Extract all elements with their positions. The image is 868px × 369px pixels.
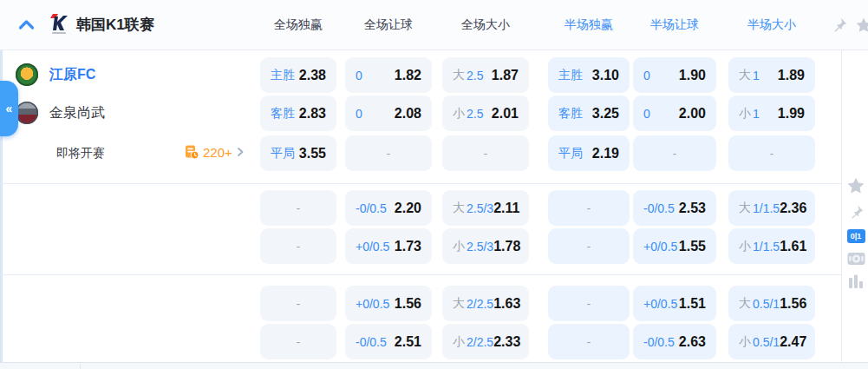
odds-value: 1.87 bbox=[492, 68, 519, 83]
odds-cell[interactable]: - bbox=[548, 228, 630, 264]
handicap-label: -0/0.5 bbox=[643, 335, 675, 349]
odds-cell[interactable]: 小11.99 bbox=[728, 96, 815, 131]
ou-side-label: 大 bbox=[453, 296, 465, 312]
table-row: 金泉尚武 客胜2.83 02.08 小2.52.01 客胜3.25 02.00 … bbox=[0, 96, 868, 131]
column-header-full-1x2: 全场独赢 bbox=[260, 17, 336, 33]
match-status: 即将开赛 bbox=[56, 146, 105, 161]
more-markets-button[interactable]: 220+ bbox=[184, 144, 245, 160]
section-divider bbox=[0, 183, 841, 184]
odds-cell[interactable]: 客胜3.25 bbox=[548, 96, 630, 131]
no-odds-dash: - bbox=[297, 240, 300, 253]
odds-cell[interactable]: -0/0.52.63 bbox=[633, 324, 716, 359]
stats-bar-chart-icon[interactable] bbox=[848, 274, 864, 288]
odds-cell[interactable]: - bbox=[548, 190, 630, 226]
no-odds-dash: - bbox=[770, 147, 773, 160]
ou-side-label: 小 bbox=[739, 239, 751, 254]
odds-cell[interactable]: - bbox=[728, 135, 815, 171]
odds-cell[interactable]: 大11.89 bbox=[728, 57, 815, 93]
odds-cell[interactable]: - bbox=[442, 135, 529, 171]
odds-value: 1.89 bbox=[778, 68, 805, 83]
odds-value: 2.53 bbox=[679, 201, 706, 216]
odds-cell[interactable]: 小2.5/31.78 bbox=[442, 228, 529, 264]
table-row: 江原FC 主胜2.38 01.82 大2.51.87 主胜3.10 01.90 … bbox=[0, 57, 868, 93]
collapse-chevron-up-icon[interactable] bbox=[18, 18, 35, 34]
chevron-right-icon bbox=[236, 147, 245, 157]
odds-cell[interactable]: - bbox=[548, 286, 630, 321]
ou-side-label: 大 bbox=[739, 68, 751, 83]
odds-cell[interactable]: 大0.5/11.56 bbox=[728, 286, 815, 321]
odds-cell[interactable]: 小0.5/12.47 bbox=[728, 324, 815, 359]
handicap-label: 0 bbox=[643, 107, 650, 121]
odds-cell[interactable]: - bbox=[633, 135, 716, 171]
odds-cell[interactable]: - bbox=[260, 286, 336, 321]
odds-cell[interactable]: 客胜2.83 bbox=[260, 96, 336, 131]
kleague-logo-icon bbox=[47, 11, 71, 37]
odds-value: 3.25 bbox=[592, 106, 619, 122]
league-header: 韩国K1联赛 全场独赢 全场让球 全场大小 半场独赢 半场让球 半场大小 bbox=[0, 0, 868, 50]
odds-cell[interactable]: -0/0.52.51 bbox=[345, 324, 432, 359]
odds-cell[interactable]: - bbox=[260, 324, 336, 359]
odds-cell[interactable]: -0/0.52.20 bbox=[345, 190, 432, 226]
line-label: 0.5/1 bbox=[753, 335, 780, 349]
handicap-label: +0/0.5 bbox=[643, 240, 677, 254]
odds-cell[interactable]: 小2.52.01 bbox=[442, 96, 529, 131]
sidebar-collapse-tab[interactable]: « bbox=[0, 81, 18, 136]
handicap-label: 0 bbox=[356, 107, 362, 121]
odds-value: 1.78 bbox=[493, 239, 520, 254]
ou-side-label: 小 bbox=[739, 106, 751, 122]
ou-side-label: 大 bbox=[453, 201, 465, 216]
odds-cell[interactable]: +0/0.51.51 bbox=[633, 286, 716, 321]
odds-cell[interactable]: 大1/1.52.36 bbox=[728, 190, 815, 226]
odds-value: 2.20 bbox=[395, 201, 421, 216]
odds-value: 1.61 bbox=[780, 239, 806, 254]
favorite-star-icon[interactable] bbox=[846, 176, 865, 195]
odds-cell[interactable]: - bbox=[260, 228, 336, 264]
market-label: 主胜 bbox=[558, 68, 583, 83]
column-header-full-ou: 全场大小 bbox=[442, 17, 529, 33]
away-team-logo bbox=[16, 102, 38, 124]
odds-cell[interactable]: 主胜2.38 bbox=[260, 57, 336, 93]
ou-side-label: 小 bbox=[453, 334, 465, 350]
odds-panel: 韩国K1联赛 全场独赢 全场让球 全场大小 半场独赢 半场让球 半场大小 江原F… bbox=[0, 0, 868, 369]
league-name: 韩国K1联赛 bbox=[76, 15, 154, 35]
odds-cell[interactable]: +0/0.51.55 bbox=[633, 228, 716, 264]
column-header-half-handicap: 半场让球 bbox=[633, 17, 716, 33]
odds-value: 2.51 bbox=[395, 334, 421, 350]
line-label: 2/2.5 bbox=[467, 297, 493, 311]
pin-icon[interactable] bbox=[848, 204, 865, 221]
odds-cell[interactable]: +0/0.51.56 bbox=[345, 286, 432, 321]
odds-cell[interactable]: 小2/2.52.33 bbox=[442, 324, 529, 359]
odds-cell[interactable]: 02.08 bbox=[345, 96, 432, 131]
handicap-label: -0/0.5 bbox=[356, 335, 387, 349]
odds-cell[interactable]: - bbox=[345, 135, 432, 171]
odds-value: 2.33 bbox=[493, 334, 520, 350]
odds-cell[interactable]: 02.00 bbox=[633, 96, 716, 131]
ou-side-label: 小 bbox=[739, 334, 751, 350]
pin-icon[interactable] bbox=[831, 16, 848, 37]
odds-cell[interactable]: - bbox=[548, 324, 630, 359]
odds-cell[interactable]: +0/0.51.73 bbox=[345, 228, 432, 264]
handicap-label: 0 bbox=[643, 69, 650, 82]
odds-value: 2.19 bbox=[592, 146, 619, 161]
odds-cell[interactable]: 小1/1.51.61 bbox=[728, 228, 815, 264]
odds-value: 1.55 bbox=[679, 239, 706, 254]
line-label: 1/1.5 bbox=[753, 240, 780, 254]
market-label: 平局 bbox=[558, 146, 583, 161]
odds-cell[interactable]: 大2.5/32.11 bbox=[442, 190, 529, 226]
away-team[interactable]: 金泉尚武 bbox=[0, 96, 251, 131]
odds-cell[interactable]: - bbox=[260, 190, 336, 226]
odds-cell[interactable]: 平局2.19 bbox=[548, 135, 630, 171]
scoreboard-icon[interactable]: 0|1 bbox=[847, 229, 865, 243]
home-team[interactable]: 江原FC bbox=[0, 57, 251, 93]
odds-cell[interactable]: 大2/2.51.63 bbox=[442, 286, 529, 321]
odds-value: 2.11 bbox=[493, 201, 519, 216]
odds-cell[interactable]: 主胜3.10 bbox=[548, 57, 630, 93]
odds-cell[interactable]: 01.82 bbox=[345, 57, 432, 93]
odds-cell[interactable]: 平局3.55 bbox=[260, 135, 336, 171]
no-odds-dash: - bbox=[484, 147, 487, 160]
odds-cell[interactable]: -0/0.52.53 bbox=[633, 190, 716, 226]
odds-cell[interactable]: 01.90 bbox=[633, 57, 716, 93]
odds-cell[interactable]: 大2.51.87 bbox=[442, 57, 529, 93]
star-icon[interactable] bbox=[855, 16, 868, 37]
live-camera-icon[interactable] bbox=[847, 252, 865, 266]
